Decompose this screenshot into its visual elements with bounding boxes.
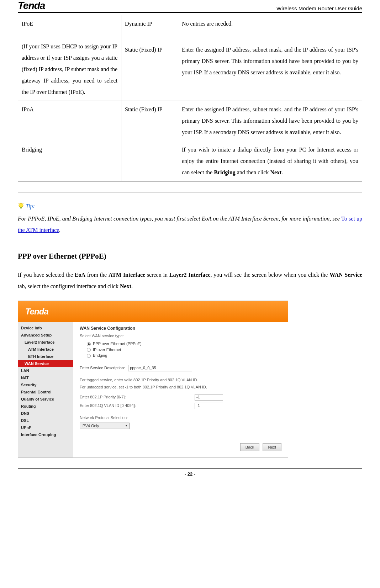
tag-note2: For untagged service, set -1 to both 802…	[80, 385, 281, 389]
p-p1: If you have selected the	[18, 272, 75, 278]
tip-label: Tip:	[26, 203, 35, 210]
page-header: Tenda Wireless Modem Router User Guide	[18, 0, 362, 13]
nav-wan-service[interactable]: WAN Service	[18, 360, 73, 367]
router-admin-screenshot: Tenda Device Info Advanced Setup Layer2 …	[18, 301, 288, 458]
radio-row-ipoe[interactable]: IP over Ethernet	[80, 347, 281, 353]
page-number: - 22 -	[18, 468, 362, 477]
nav-advanced-setup[interactable]: Advanced Setup	[18, 332, 73, 339]
bridging-mid: and then click	[236, 169, 270, 175]
radio-pppoe[interactable]	[87, 342, 91, 346]
radio-ipoe-label: IP over Ethernet	[93, 348, 121, 352]
radio-pppoe-label: PPP over Ethernet (PPPoE)	[93, 341, 142, 346]
cell-ipoe-static-desc: Enter the assigned IP address, subnet ma…	[178, 41, 362, 101]
cell-ipoa-static-desc: Enter the assigned IP address, subnet ma…	[178, 101, 362, 141]
tip-body-prefix: For PPPoE, IPoE, and Bridging Internet c…	[18, 216, 341, 222]
p-p6: .	[131, 283, 133, 289]
brand-logo: Tenda	[18, 0, 45, 11]
bridging-bold1: Bridging	[214, 169, 235, 175]
ss-sidebar: Device Info Advanced Setup Layer2 Interf…	[18, 322, 73, 457]
svc-desc-input[interactable]: pppoe_0_0_35	[128, 365, 192, 371]
ss-banner: Tenda	[18, 301, 288, 322]
tip-body-suffix: .	[59, 227, 60, 233]
pppoe-paragraph: If you have selected the EoA from the AT…	[18, 269, 362, 292]
cell-ipoe: IPoE (If your ISP uses DHCP to assign yo…	[18, 15, 121, 101]
ss-select-type-label: Select WAN service type:	[80, 334, 281, 338]
p-b3: Layer2 Interface	[169, 272, 211, 278]
nav-routing[interactable]: Routing	[18, 403, 73, 410]
tip-section: Tip: For PPPoE, IPoE, and Bridging Inter…	[18, 192, 362, 241]
back-button[interactable]: Back	[240, 443, 259, 451]
nav-dns[interactable]: DNS	[18, 410, 73, 417]
cell-bridging-empty	[121, 141, 178, 181]
p-p2: from the	[85, 272, 109, 278]
cell-dynamic-ip-label: Dynamic IP	[121, 15, 178, 41]
tag-note1: For tagged service, enter valid 802.1P P…	[80, 378, 281, 382]
nav-parental-control[interactable]: Parental Control	[18, 388, 73, 396]
8021p-input[interactable]: -1	[195, 394, 223, 401]
nav-security[interactable]: Security	[18, 381, 73, 388]
vlan-input[interactable]: -1	[195, 403, 223, 409]
8021p-label: Enter 802.1P Priority [0-7]:	[80, 395, 194, 399]
svg-line-3	[19, 203, 19, 204]
doc-title: Wireless Modem Router User Guide	[276, 5, 362, 11]
net-proto-label: Network Protocal Selection:	[80, 415, 281, 420]
radio-ipoe[interactable]	[87, 348, 91, 352]
nav-dsl[interactable]: DSL	[18, 417, 73, 424]
ipoe-title: IPoE	[22, 18, 117, 30]
connection-type-table: IPoE (If your ISP uses DHCP to assign yo…	[18, 15, 362, 181]
radio-row-bridging[interactable]: Bridging	[80, 353, 281, 359]
vlan-label: Enter 802.1Q VLAN ID [0-4094]:	[80, 403, 194, 408]
cell-bridging-desc: If you wish to iniate a dialup directly …	[178, 141, 362, 181]
cell-ipoa: IPoA	[18, 101, 121, 141]
radio-bridging[interactable]	[87, 354, 91, 358]
p-p4: , you will see the screen below when you…	[211, 272, 330, 278]
svg-point-0	[19, 203, 23, 207]
net-proto-select[interactable]: IPV4 Only	[80, 423, 130, 429]
nav-interface-grouping[interactable]: Interface Grouping	[18, 431, 73, 438]
lightbulb-icon	[18, 202, 24, 210]
nav-qos[interactable]: Quality of Service	[18, 396, 73, 403]
cell-ipoa-static-label: Static (Fixed) IP	[121, 101, 178, 141]
ss-title: WAN Service Configuration	[80, 326, 281, 331]
svg-rect-1	[20, 207, 22, 208]
radio-bridging-label: Bridging	[93, 353, 107, 357]
tip-body: For PPPoE, IPoE, and Bridging Internet c…	[18, 213, 362, 236]
svc-desc-label: Enter Service Description:	[80, 366, 125, 370]
p-p5: tab, select the configured interface and…	[18, 283, 120, 289]
p-b4: WAN Service	[329, 272, 362, 278]
p-b2: ATM Interface	[109, 272, 145, 278]
ipoe-desc: (If your ISP uses DHCP to assign your IP…	[22, 41, 117, 98]
tip-header: Tip:	[18, 202, 362, 210]
p-p3: screen in	[145, 272, 169, 278]
nav-lan[interactable]: LAN	[18, 367, 73, 374]
p-b5: Next	[120, 283, 131, 289]
section-heading-pppoe: PPP over Ethernet (PPPoE)	[18, 252, 362, 261]
radio-row-pppoe[interactable]: PPP over Ethernet (PPPoE)	[80, 341, 281, 347]
nav-device-info[interactable]: Device Info	[18, 324, 73, 332]
bridging-suffix: .	[281, 169, 283, 175]
ss-content: WAN Service Configuration Select WAN ser…	[73, 322, 288, 457]
net-proto-value: IPV4 Only	[81, 424, 99, 428]
bridging-bold2: Next	[270, 169, 281, 175]
svg-line-4	[23, 203, 23, 204]
cell-dynamic-ip-desc: No entries are needed.	[178, 15, 362, 41]
nav-atm-interface[interactable]: ATM Interface	[18, 346, 73, 353]
nav-nat[interactable]: NAT	[18, 374, 73, 381]
ss-button-row: Back Next	[80, 443, 281, 451]
cell-ipoe-static-label: Static (Fixed) IP	[121, 41, 178, 101]
nav-layer2-interface[interactable]: Layer2 Interface	[18, 339, 73, 346]
cell-bridging: Bridging	[18, 141, 121, 181]
nav-upnp[interactable]: UPnP	[18, 424, 73, 431]
ss-logo: Tenda	[25, 307, 48, 317]
p-b1: EoA	[75, 272, 85, 278]
nav-eth-interface[interactable]: ETH Interface	[18, 353, 73, 360]
next-button[interactable]: Next	[263, 443, 281, 451]
